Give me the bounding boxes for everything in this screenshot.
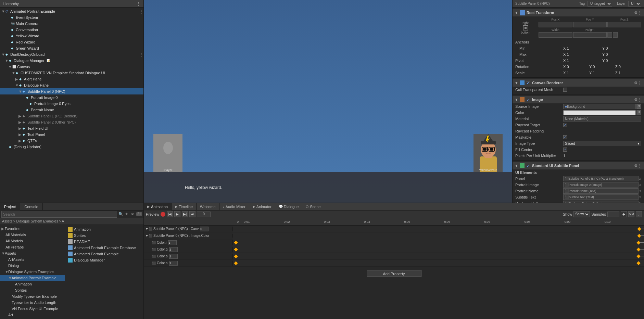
image-type-dropdown[interactable]: Sliced ▾ — [563, 141, 641, 146]
timeline-tab[interactable]: ▶ Timeline — [172, 203, 197, 210]
hier-item-animated-portrait-example[interactable]: ▼ ⬡ Animated Portrait Example ⋮ — [0, 8, 143, 14]
hier-item-red-wizard[interactable]: ◆ Red Wizard — [0, 39, 143, 45]
enabled-checkbox[interactable] — [526, 81, 530, 85]
diamond-btn[interactable]: ◆ — [621, 211, 627, 217]
layer-dropdown[interactable]: UI — [628, 1, 641, 7]
next-keyframe-btn[interactable]: ▶| — [182, 211, 188, 217]
hier-item-subtitle-panel-2[interactable]: ▶ ◆ Subtitle Panel 2 (Other NPC) — [0, 119, 143, 125]
color-pick-btn[interactable]: ⊙ — [636, 110, 641, 115]
track-color-a-value[interactable] — [169, 261, 178, 266]
hier-item-subtitle-panel-0[interactable]: ▼ ◆ Subtitle Panel 0 (NPC) — [0, 88, 143, 94]
tree-sprites[interactable]: Sprites — [0, 287, 65, 293]
image-enabled-checkbox[interactable] — [526, 98, 530, 102]
hier-item-event-system[interactable]: ◆ EventSystem — [0, 14, 143, 21]
track-minus-btn[interactable]: — — [640, 233, 644, 238]
panel-pick-btn[interactable]: ⊙ — [639, 177, 641, 180]
rect-transform-header[interactable]: ▼ Rect Transform ⚙ ⋮ — [513, 9, 644, 16]
pi-pick-btn[interactable]: ⊙ — [639, 183, 641, 187]
current-frame-input[interactable] — [197, 212, 211, 217]
width-input[interactable]: 192 — [539, 32, 572, 38]
hier-item-text-panel[interactable]: ▶ ◆ Text Panel — [0, 131, 143, 138]
item-menu-icon[interactable]: ⋮ — [139, 9, 143, 14]
insp-more-icon[interactable]: ⋮ — [637, 11, 642, 15]
tree-all-models[interactable]: All Models — [0, 238, 65, 244]
track-minus-btn[interactable]: — — [640, 247, 644, 252]
welcome-tab[interactable]: Welcome — [197, 203, 219, 210]
subtitle-enabled-wrap[interactable] — [526, 164, 530, 168]
pn-pick-btn[interactable]: ⊙ — [639, 189, 641, 193]
animation-tab[interactable]: ▶ Animation — [144, 203, 172, 210]
add-property-button[interactable]: Add Property — [367, 270, 421, 277]
tree-dialog[interactable]: Dialog — [0, 263, 65, 269]
timeline-menu-btn[interactable]: ⋮ — [636, 211, 642, 217]
tree-artassets[interactable]: ArtAssets — [0, 256, 65, 263]
pos-z-input[interactable]: 0 — [607, 22, 641, 27]
image-header[interactable]: ▼ Image ⚙ ⋮ — [513, 96, 644, 103]
tree-all-prefabs[interactable]: All Prefabs — [0, 244, 65, 250]
lock-icon[interactable] — [607, 32, 612, 38]
hier-item-qtes[interactable]: ▶ ◆ QTEs — [0, 138, 143, 144]
hier-item-main-camera[interactable]: 📷 Main Camera — [0, 21, 143, 27]
track-minus-btn[interactable]: — — [640, 260, 644, 265]
subtitle-more-icon[interactable]: ⋮ — [637, 164, 642, 168]
track-canvas-content[interactable]: — — [233, 226, 644, 232]
track-minus-btn[interactable]: — — [640, 226, 644, 231]
eye-icon[interactable]: 👁 — [130, 212, 135, 217]
hier-item-subtitle-panel-1[interactable]: ▶ ◆ Subtitle Panel 1 (PC) (hidden) — [0, 113, 143, 119]
animator-tab[interactable]: ▶ Animator — [249, 203, 275, 210]
console-tab[interactable]: Console — [20, 203, 42, 210]
pos-y-input[interactable]: 207 — [573, 22, 607, 27]
subtitle-enabled-checkbox[interactable] — [526, 164, 530, 168]
tree-animation[interactable]: Animation — [0, 281, 65, 287]
star-icon[interactable]: ★ — [125, 212, 129, 217]
raycast-target-checkbox[interactable] — [563, 123, 567, 127]
track-color-b-content[interactable]: — — [233, 253, 644, 259]
snap-btn[interactable]: ⊳⊲ — [628, 211, 634, 217]
tag-dropdown[interactable]: Untagged — [588, 1, 612, 7]
material-field[interactable]: None (Material) — [563, 116, 641, 122]
hier-item-conversation[interactable]: ◆ Conversation — [0, 27, 143, 33]
track-color-g-content[interactable]: — — [233, 246, 644, 253]
image-more-icon[interactable]: ⋮ — [637, 98, 642, 102]
hier-item-canvas[interactable]: ▼ ⬜ Canvas — [0, 64, 143, 70]
hier-item-yellow-wizard[interactable]: ◆ Yellow Wizard — [0, 33, 143, 39]
lock-icon-2[interactable] — [613, 32, 618, 38]
maskable-checkbox[interactable] — [563, 135, 567, 139]
tabs-menu-icon[interactable]: ⋮ — [638, 204, 642, 209]
play-btn[interactable]: ▶ — [174, 211, 180, 217]
dialogue-tab[interactable]: 💬 Dialogue — [275, 203, 302, 210]
hier-item-dont-destroy[interactable]: ▼ ◆ DontDestroyOnLoad ⋮ — [0, 51, 143, 58]
search-icon[interactable]: 🔍 — [118, 212, 123, 217]
tree-all-materials[interactable]: All Materials — [0, 232, 65, 238]
canvas-renderer-header[interactable]: ▼ Canvas Renderer ⚙ ⋮ — [513, 79, 644, 87]
cull-checkbox[interactable] — [563, 88, 567, 92]
tree-typewriter-audio[interactable]: Typewriter to Audio Length — [0, 299, 65, 306]
hier-item-text-field-ui[interactable]: ▶ ◆ Text Field UI — [0, 125, 143, 131]
hier-item-portrait-image-0[interactable]: ◆ Portrait Image 0 — [0, 94, 143, 101]
file-item-animated-portrait-db[interactable]: Animated Portrait Example Database — [66, 245, 142, 251]
project-tab[interactable]: Project — [0, 203, 20, 210]
height-input[interactable]: 256 — [573, 32, 607, 38]
portrait-image-field[interactable]: ⬛ Portrait Image 0 (Image) — [563, 182, 639, 188]
tree-art[interactable]: Art — [0, 312, 65, 318]
item-menu-icon[interactable]: ⋮ — [139, 52, 143, 57]
audio-mixer-tab[interactable]: ♪ Audio Mixer — [219, 203, 249, 210]
tree-favorites[interactable]: ▶ Favorites — [0, 226, 65, 232]
canvas-settings-icon[interactable]: ⚙ — [634, 81, 637, 85]
tree-dialogue-system-examples[interactable]: ▼ Dialogue System Examples — [0, 269, 65, 275]
last-frame-btn[interactable]: ⏭ — [189, 211, 195, 217]
st-pick-btn[interactable]: ⊙ — [639, 195, 641, 199]
pos-x-input[interactable]: -64 — [539, 22, 572, 27]
canvas-more-icon[interactable]: ⋮ — [637, 81, 642, 85]
file-item-dialogue-manager[interactable]: Dialogue Manager — [66, 257, 142, 263]
samples-input[interactable]: 60 — [607, 212, 619, 217]
source-image-pick-btn[interactable]: ⊙ — [636, 104, 641, 109]
track-canvas-value[interactable] — [200, 227, 209, 231]
hier-item-alert-panel[interactable]: ▶ ◆ Alert Panel — [0, 76, 143, 82]
track-image-color-content[interactable]: — — [233, 232, 644, 239]
subtitle-panel-header[interactable]: ▼ Standard UI Subtitle Panel ⚙ ⋮ — [513, 162, 644, 169]
track-minus-btn[interactable]: — — [640, 240, 644, 245]
file-item-animated-portrait[interactable]: Animated Portrait Example — [66, 251, 142, 257]
file-item-sprites[interactable]: Sprites — [66, 232, 142, 239]
hier-item-customized-vn[interactable]: ▼ ◆ CUSTOMIZED VN Template Standard Dial… — [0, 70, 143, 76]
